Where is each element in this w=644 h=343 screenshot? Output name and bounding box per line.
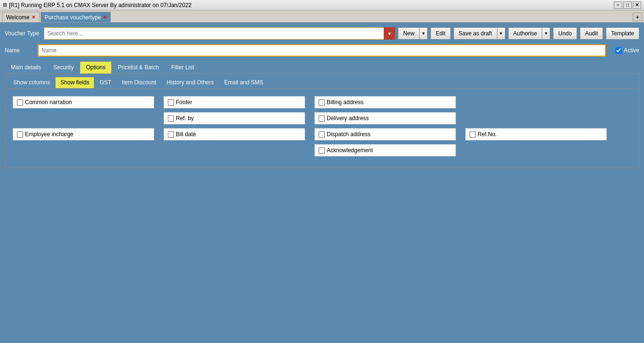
tab-bar: Welcome ✕ Purchase vouchertype ✕ + bbox=[0, 10, 644, 23]
tab-options[interactable]: Options bbox=[80, 61, 111, 74]
fields-row-1: Common narration Footer Billing address bbox=[13, 96, 631, 108]
title-text: [R1] Running ERP 5.1 on CMAX Server By a… bbox=[9, 2, 191, 8]
fields-row-2: Ref. by Delivery address bbox=[13, 112, 631, 124]
authorise-dropdown-icon: ▼ bbox=[544, 31, 548, 36]
field-dispatch-address: Dispatch address bbox=[314, 128, 456, 140]
field-bill-date: Bill date bbox=[164, 128, 305, 140]
name-label: Name bbox=[5, 47, 33, 54]
search-dropdown-button[interactable]: ▼ bbox=[384, 27, 395, 40]
active-label: Active bbox=[624, 47, 639, 54]
active-checkbox[interactable] bbox=[615, 47, 622, 54]
new-dropdown-icon: ▼ bbox=[421, 31, 426, 36]
field-billing-address: Billing address bbox=[314, 96, 456, 108]
content-panel: Show columns Show fields GST Item Discou… bbox=[5, 74, 639, 168]
template-button[interactable]: Template bbox=[606, 27, 639, 40]
search-container: ▼ bbox=[44, 27, 395, 40]
toolbar: Voucher Type ▼ New ▼ Edit Save as draft … bbox=[5, 27, 639, 40]
dispatch-address-label: Dispatch address bbox=[327, 131, 371, 138]
acknowledgement-label: Acknowledgement bbox=[327, 147, 373, 154]
field-ref-no: Ref.No. bbox=[465, 128, 607, 140]
tab-welcome[interactable]: Welcome ✕ bbox=[2, 12, 40, 22]
title-bar: ⊞ [R1] Running ERP 5.1 on CMAX Server By… bbox=[0, 0, 644, 10]
tab-filter-list[interactable]: Filter List bbox=[165, 61, 200, 74]
save-as-draft-main-button[interactable]: Save as draft bbox=[454, 27, 497, 40]
delivery-address-label: Delivery address bbox=[327, 115, 369, 122]
tab-purchase-vouchertype-close[interactable]: ✕ bbox=[103, 15, 107, 20]
employee-incharge-checkbox[interactable] bbox=[17, 131, 23, 138]
tab-welcome-label: Welcome bbox=[6, 14, 30, 21]
subtab-email-and-sms[interactable]: Email and SMS bbox=[219, 77, 269, 88]
delivery-address-checkbox[interactable] bbox=[319, 115, 325, 122]
fields-row-4: Acknowledgement bbox=[13, 144, 631, 156]
tab-purchase-vouchertype-label: Purchase vouchertype bbox=[45, 14, 101, 21]
tab-welcome-close[interactable]: ✕ bbox=[32, 15, 35, 20]
title-bar-text: ⊞ [R1] Running ERP 5.1 on CMAX Server By… bbox=[3, 2, 191, 8]
dropdown-arrow-icon: ▼ bbox=[387, 31, 392, 36]
bill-date-checkbox[interactable] bbox=[168, 131, 174, 138]
main-content: Voucher Type ▼ New ▼ Edit Save as draft … bbox=[0, 23, 644, 173]
billing-address-checkbox[interactable] bbox=[319, 99, 325, 106]
authorise-main-button[interactable]: Authorise bbox=[508, 27, 542, 40]
main-tabs: Main details Security Options Pricelist … bbox=[5, 61, 639, 74]
undo-button[interactable]: Undo bbox=[553, 27, 577, 40]
title-bar-controls: − □ ✕ bbox=[614, 1, 641, 9]
save-as-draft-button-group: Save as draft ▼ bbox=[454, 27, 505, 40]
authorise-dropdown-button[interactable]: ▼ bbox=[542, 27, 550, 40]
voucher-type-label: Voucher Type bbox=[5, 30, 39, 37]
billing-address-label: Billing address bbox=[327, 99, 363, 106]
authorise-button-group: Authorise ▼ bbox=[508, 27, 551, 40]
fields-row-3: Employee incharge Bill date Dispatch add… bbox=[13, 128, 631, 140]
close-button[interactable]: ✕ bbox=[633, 1, 641, 9]
subtab-item-discount[interactable]: Item Discount bbox=[116, 77, 161, 88]
field-ref-by: Ref. by bbox=[164, 112, 305, 124]
ref-no-checkbox[interactable] bbox=[470, 131, 476, 138]
subtab-gst[interactable]: GST bbox=[94, 77, 116, 88]
dispatch-address-checkbox[interactable] bbox=[319, 131, 325, 138]
minimize-button[interactable]: − bbox=[614, 1, 622, 9]
ref-no-label: Ref.No. bbox=[478, 131, 497, 138]
ref-by-label: Ref. by bbox=[176, 115, 194, 122]
fields-area: Common narration Footer Billing address bbox=[8, 91, 636, 165]
acknowledgement-checkbox[interactable] bbox=[319, 147, 325, 154]
tab-security[interactable]: Security bbox=[47, 61, 80, 74]
tab-main-details[interactable]: Main details bbox=[5, 61, 47, 74]
subtab-show-fields[interactable]: Show fields bbox=[55, 77, 94, 88]
common-narration-checkbox[interactable] bbox=[17, 99, 23, 106]
sub-tabs: Show columns Show fields GST Item Discou… bbox=[8, 77, 636, 89]
field-common-narration: Common narration bbox=[13, 96, 154, 108]
tab-purchase-vouchertype[interactable]: Purchase vouchertype ✕ bbox=[41, 12, 111, 22]
maximize-button[interactable]: □ bbox=[623, 1, 632, 9]
employee-incharge-label: Employee incharge bbox=[25, 131, 74, 138]
new-button-group: New ▼ bbox=[398, 27, 428, 40]
field-footer: Footer bbox=[164, 96, 305, 108]
edit-button[interactable]: Edit bbox=[430, 27, 451, 40]
save-as-draft-dropdown-button[interactable]: ▼ bbox=[497, 27, 505, 40]
audit-button[interactable]: Audit bbox=[580, 27, 603, 40]
subtab-history-and-others[interactable]: History and Others bbox=[161, 77, 219, 88]
name-row: Name Active bbox=[5, 44, 639, 57]
tab-pricelist-batch[interactable]: Pricelist & Batch bbox=[112, 61, 165, 74]
ref-by-checkbox[interactable] bbox=[168, 115, 174, 122]
bill-date-label: Bill date bbox=[176, 131, 196, 138]
add-tab-button[interactable]: + bbox=[633, 13, 642, 21]
footer-label: Footer bbox=[176, 99, 192, 106]
new-main-button[interactable]: New bbox=[398, 27, 419, 40]
save-dropdown-icon: ▼ bbox=[499, 31, 503, 36]
new-dropdown-button[interactable]: ▼ bbox=[419, 27, 428, 40]
field-delivery-address: Delivery address bbox=[314, 112, 456, 124]
common-narration-label: Common narration bbox=[25, 99, 72, 106]
active-container: Active bbox=[615, 47, 639, 54]
search-input[interactable] bbox=[44, 27, 395, 40]
subtab-show-columns[interactable]: Show columns bbox=[8, 77, 55, 88]
name-input[interactable] bbox=[38, 44, 606, 57]
field-employee-incharge: Employee incharge bbox=[13, 128, 154, 140]
field-acknowledgement: Acknowledgement bbox=[314, 144, 456, 156]
footer-checkbox[interactable] bbox=[168, 99, 174, 106]
